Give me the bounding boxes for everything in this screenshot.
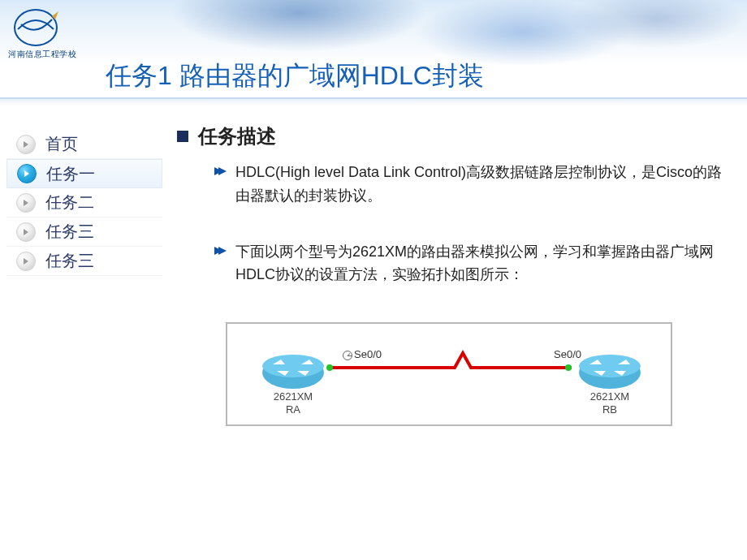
svg-point-9	[579, 355, 641, 377]
svg-marker-3	[218, 167, 227, 175]
nav-task-1[interactable]: 任务一	[6, 159, 162, 188]
router-b-model: 2621XM	[590, 390, 629, 403]
square-bullet-icon	[177, 131, 188, 142]
nav-task-3a[interactable]: 任务三	[6, 218, 162, 247]
spacer	[177, 218, 723, 240]
arrow-right-icon	[16, 222, 36, 242]
arrowhead-icon	[213, 245, 227, 256]
section-heading: 任务描述	[177, 123, 723, 149]
iface-a-text: Se0/0	[354, 348, 382, 360]
bullet-item-2: 下面以两个型号为2621XM的路由器来模拟公网，学习和掌握路由器广域网HDLC协…	[213, 240, 723, 287]
arrowhead-icon	[213, 166, 227, 177]
svg-point-0	[15, 10, 57, 45]
arrow-right-icon	[16, 193, 36, 213]
nav-task-2[interactable]: 任务二	[6, 188, 162, 218]
iface-b-text: Se0/0	[554, 348, 581, 360]
router-b-name: RB	[602, 403, 617, 416]
router-a-model: 2621XM	[274, 390, 313, 403]
router-b-label: 2621XM RB	[573, 390, 646, 416]
svg-point-7	[262, 355, 324, 377]
router-a-name: RA	[286, 403, 300, 416]
clock-icon	[343, 351, 352, 360]
arrow-right-icon	[16, 135, 36, 154]
nav-task-3b[interactable]: 任务三	[6, 247, 162, 276]
router-a-label: 2621XM RA	[257, 390, 330, 416]
router-b-icon	[573, 348, 646, 397]
main-content: 任务描述 HDLC(High level Data Link Control)高…	[162, 114, 747, 426]
bullet-item-1: HDLC(High level Data Link Control)高级数据链路…	[213, 161, 723, 208]
nav-label: 任务一	[46, 163, 95, 185]
arrow-right-icon	[16, 252, 36, 271]
top-banner: 河南信息工程学校	[0, 0, 747, 65]
sidebar-nav: 首页 任务一 任务二 任务三 任务三	[0, 114, 162, 426]
nav-label: 任务三	[45, 250, 94, 272]
section-heading-text: 任务描述	[198, 123, 276, 149]
interface-a-label: Se0/0	[343, 348, 382, 360]
nav-label: 任务二	[45, 192, 94, 213]
page-title: 任务1 路由器的广域网HDLC封装	[106, 58, 484, 94]
bullet-text: 下面以两个型号为2621XM的路由器来模拟公网，学习和掌握路由器广域网HDLC协…	[235, 240, 723, 287]
school-logo-icon	[10, 5, 62, 50]
arrow-right-icon	[17, 164, 37, 183]
nav-label: 任务三	[45, 221, 94, 243]
nav-label: 首页	[45, 133, 78, 155]
content-area: 首页 任务一 任务二 任务三 任务三	[0, 114, 747, 426]
topology-diagram: Se0/0 2621XM RA Se0/0 2621XM RB	[226, 322, 672, 426]
router-a-icon	[257, 348, 330, 397]
nav-home[interactable]: 首页	[6, 130, 162, 159]
horizontal-rule	[0, 97, 747, 106]
svg-marker-5	[218, 247, 227, 255]
interface-b-label: Se0/0	[554, 348, 581, 360]
school-name: 河南信息工程学校	[8, 49, 76, 60]
bullet-text: HDLC(High level Data Link Control)高级数据链路…	[235, 161, 723, 208]
